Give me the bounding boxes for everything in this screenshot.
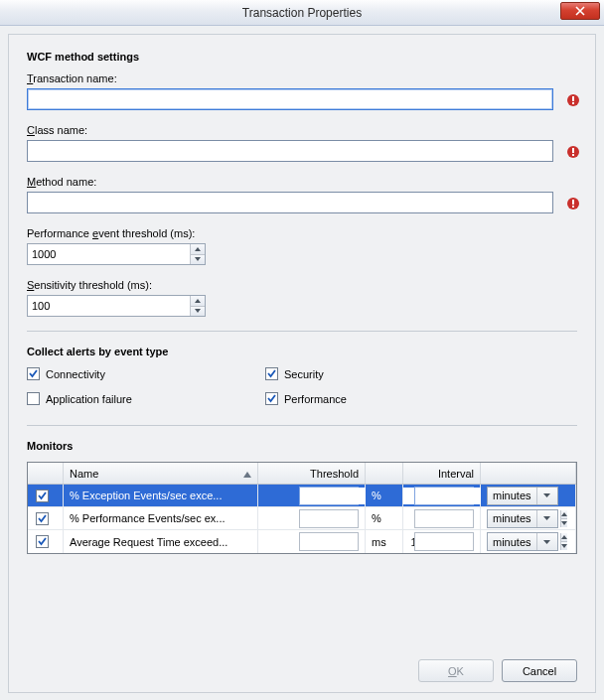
error-icon [565,144,581,160]
checkbox-label: Performance [284,393,347,405]
sensitivity-label: Sensitivity threshold (ms): [27,279,152,291]
col-header-threshold[interactable]: Threshold [258,463,366,484]
checkbox-connectivity[interactable]: Connectivity [27,367,265,380]
window-title: Transaction Properties [242,6,362,20]
threshold-unit: ms [366,530,403,553]
button-bar: OK Cancel [418,659,577,682]
svg-rect-4 [572,148,574,153]
wcf-section-title: WCF method settings [27,51,577,63]
perf-threshold-spinner[interactable] [27,243,206,265]
threshold-spinner[interactable] [299,487,359,505]
class-name-label: Class name: [27,124,87,136]
spin-down-button[interactable] [191,255,205,265]
checkbox-icon [27,367,40,380]
close-icon [575,6,585,16]
spin-up-button[interactable] [191,296,205,307]
separator [27,331,577,332]
interval-unit-combo[interactable]: minutes [487,532,558,551]
threshold-spinner[interactable] [414,532,474,551]
monitors-header: Name Threshold Interval [28,463,576,485]
checkbox-performance[interactable]: Performance [265,392,504,405]
checkbox-icon [27,392,40,405]
ok-button[interactable]: OK [418,659,494,682]
sort-asc-icon [243,468,251,480]
monitor-name: % Performance Events/sec ex... [70,512,226,524]
transaction-name-row: Transaction name: [27,72,577,110]
checkbox-application-failure[interactable]: Application failure [27,392,265,405]
method-name-input[interactable] [27,192,553,213]
alerts-grid: ConnectivitySecurityApplication failureP… [27,367,577,417]
sensitivity-input[interactable] [28,296,190,316]
close-button[interactable] [560,2,600,20]
table-row[interactable]: % Exception Events/sec exce...%minutes [28,485,576,507]
threshold-spinner[interactable] [299,509,359,528]
interval-unit-combo[interactable]: minutes [487,487,558,505]
transaction-name-label: Transaction name: [27,72,117,84]
dialog-panel: WCF method settings Transaction name: Cl… [8,34,596,693]
table-row[interactable]: Average Request Time exceed...msminutes [28,530,576,553]
error-icon [565,92,581,108]
perf-threshold-label: Performance event threshold (ms): [27,227,195,239]
class-name-row: Class name: [27,124,577,162]
method-name-row: Method name: [27,176,577,213]
threshold-unit: % [366,507,403,529]
threshold-spinner[interactable] [414,509,474,528]
svg-rect-8 [572,206,574,208]
alerts-section-title: Collect alerts by event type [27,346,577,357]
monitor-name: Average Request Time exceed... [70,536,227,548]
svg-rect-5 [572,154,574,156]
threshold-spinner[interactable] [414,487,474,505]
monitor-name: % Exception Events/sec exce... [70,490,222,501]
col-header-interval-unit [481,463,576,484]
class-name-input[interactable] [27,140,553,162]
threshold-spinner[interactable] [299,532,359,551]
checkbox-icon [265,367,278,380]
col-header-unit [366,463,403,484]
col-header-interval[interactable]: Interval [403,463,481,484]
perf-threshold-input[interactable] [28,244,190,264]
checkbox-label: Application failure [46,393,132,405]
chevron-down-icon [536,533,557,550]
col-header-name[interactable]: Name [64,463,258,484]
monitors-table: Name Threshold Interval % Exception Even… [27,462,577,554]
svg-rect-2 [572,102,574,104]
row-checkbox[interactable] [36,490,49,502]
row-checkbox[interactable] [36,512,49,525]
checkbox-icon [265,392,278,405]
chevron-down-icon [536,488,557,504]
sensitivity-row: Sensitivity threshold (ms): [27,279,577,317]
threshold-unit: % [366,485,403,506]
svg-rect-1 [572,96,574,101]
sensitivity-spinner[interactable] [27,295,206,317]
spin-down-button[interactable] [191,307,205,317]
table-row[interactable]: % Performance Events/sec ex...%minutes [28,507,576,530]
separator [27,425,577,426]
titlebar: Transaction Properties [0,0,604,26]
checkbox-label: Connectivity [46,368,105,380]
error-icon [565,196,581,211]
interval-unit-combo[interactable]: minutes [487,509,558,528]
checkbox-label: Security [284,368,324,380]
chevron-down-icon [536,510,557,527]
spin-up-button[interactable] [191,244,205,255]
monitors-section-title: Monitors [27,440,577,452]
method-name-label: Method name: [27,176,96,188]
perf-threshold-row: Performance event threshold (ms): [27,227,577,265]
col-header-check[interactable] [28,463,64,484]
transaction-name-input[interactable] [27,88,553,110]
row-checkbox[interactable] [36,535,49,548]
checkbox-security[interactable]: Security [265,367,504,380]
cancel-button[interactable]: Cancel [502,659,577,682]
svg-rect-7 [572,200,574,205]
